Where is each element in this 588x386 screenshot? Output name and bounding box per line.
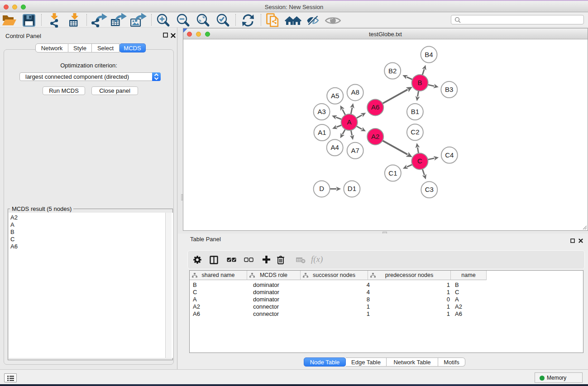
- svg-text:A5: A5: [331, 92, 339, 100]
- svg-text:A7: A7: [351, 147, 359, 154]
- svg-text:A2: A2: [371, 133, 379, 140]
- svg-text:D: D: [319, 185, 324, 192]
- svg-text:A3: A3: [317, 108, 325, 115]
- svg-text:D1: D1: [348, 185, 356, 192]
- svg-text:C1: C1: [388, 169, 397, 177]
- svg-text:A1: A1: [318, 129, 326, 136]
- svg-text:B: B: [418, 79, 422, 86]
- svg-text:B2: B2: [388, 67, 397, 75]
- svg-text:C2: C2: [411, 128, 419, 136]
- svg-text:A4: A4: [331, 143, 339, 151]
- svg-text:B1: B1: [411, 108, 419, 115]
- svg-text:A6: A6: [371, 103, 379, 111]
- svg-text:A: A: [347, 118, 352, 126]
- svg-text:B3: B3: [445, 86, 453, 93]
- svg-text:C4: C4: [445, 151, 454, 159]
- svg-text:C3: C3: [425, 186, 434, 193]
- svg-text:A8: A8: [351, 88, 359, 96]
- svg-text:B4: B4: [425, 51, 433, 58]
- svg-text:C: C: [417, 157, 422, 165]
